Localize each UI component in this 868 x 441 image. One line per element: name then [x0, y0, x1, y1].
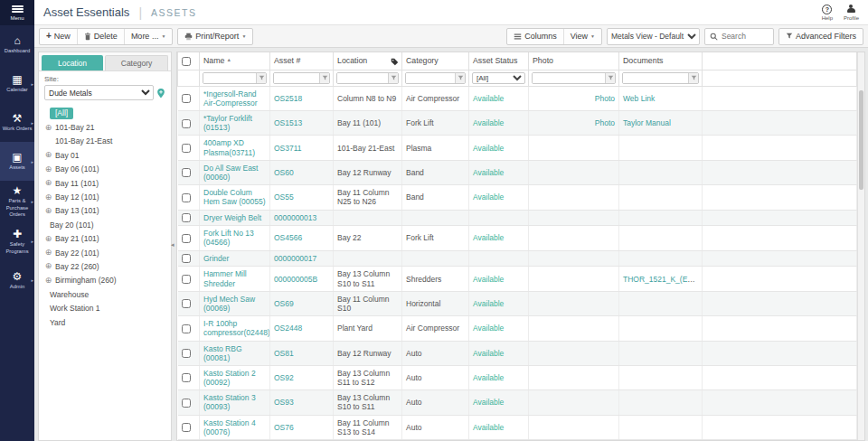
filter-funnel-icon[interactable]: [256, 73, 266, 83]
site-select[interactable]: Dude Metals: [44, 85, 154, 100]
tree-item[interactable]: ⊕Bay 01: [44, 148, 167, 162]
row-checkbox[interactable]: [182, 299, 191, 308]
asset-number-link[interactable]: OS81: [274, 349, 294, 358]
filter-funnel-icon[interactable]: [319, 73, 329, 83]
panel-collapse-handle[interactable]: ◂: [171, 241, 175, 249]
asset-number-link[interactable]: OS93: [274, 398, 294, 407]
profile-button[interactable]: Profile: [844, 5, 859, 21]
filter-input-photo[interactable]: [533, 73, 605, 83]
row-checkbox[interactable]: [182, 423, 191, 432]
sidebar-item-work-orders[interactable]: ⚒Work Orders▸: [0, 103, 34, 142]
scrollbar-thumb[interactable]: [859, 90, 863, 190]
asset-number-link[interactable]: OS3711: [274, 144, 302, 153]
filter-input-location[interactable]: [337, 73, 388, 83]
filter-input-asset[interactable]: [274, 73, 319, 83]
asset-number-link[interactable]: OS2448: [274, 324, 302, 333]
expand-icon[interactable]: ⊕: [44, 151, 52, 159]
menu-button[interactable]: Menu: [0, 0, 34, 25]
row-checkbox[interactable]: [182, 275, 191, 284]
asset-number-link[interactable]: OS69: [274, 299, 294, 308]
asset-number-link[interactable]: OS2518: [274, 94, 302, 103]
filter-funnel-icon[interactable]: [455, 73, 465, 83]
asset-name-link[interactable]: Grinder: [203, 254, 229, 263]
tree-item[interactable]: Yard: [44, 315, 167, 329]
document-link[interactable]: Taylor Manual: [623, 118, 671, 127]
expand-icon[interactable]: ⊕: [44, 235, 52, 243]
asset-name-link[interactable]: Fork Lift No 13 (04566): [203, 229, 254, 247]
filter-input-category[interactable]: [406, 73, 455, 83]
asset-name-link[interactable]: I-R 100hp compressor(02448): [203, 319, 270, 337]
tree-item[interactable]: 101-Bay 21-East: [44, 135, 167, 148]
asset-name-link[interactable]: Hyd Mech Saw (00069): [203, 295, 255, 313]
saved-view-select[interactable]: Metals View - Default: [607, 28, 700, 45]
asset-number-link[interactable]: 000000005B: [274, 275, 317, 284]
asset-name-link[interactable]: *Ingersoll-Rand Air-Compressor: [203, 89, 258, 108]
new-button[interactable]: + New: [40, 29, 77, 44]
row-checkbox[interactable]: [182, 254, 191, 263]
sidebar-item-dashboard[interactable]: ⌂Dashboard: [0, 25, 34, 64]
sidebar-item-safety-programs[interactable]: ✚Safety Programs▸: [0, 222, 34, 261]
column-header-status[interactable]: Asset Status: [469, 52, 529, 70]
expand-icon[interactable]: ⊕: [44, 179, 52, 187]
asset-number-link[interactable]: OS60: [274, 168, 294, 177]
row-checkbox[interactable]: [182, 349, 191, 358]
sidebar-item-calendar[interactable]: ▦Calendar▸: [0, 64, 34, 103]
asset-name-link[interactable]: Hammer Mill Shredder: [203, 269, 247, 287]
filter-funnel-icon[interactable]: [605, 73, 615, 83]
asset-name-link[interactable]: Dryer Weigh Belt: [203, 213, 261, 222]
tree-item[interactable]: Warehouse: [44, 287, 167, 301]
row-checkbox[interactable]: [182, 324, 191, 333]
row-checkbox[interactable]: [182, 193, 191, 202]
asset-name-link[interactable]: Kasto Station 2 (00092): [203, 369, 256, 387]
expand-icon[interactable]: ⊕: [44, 193, 52, 202]
asset-number-link[interactable]: OS76: [274, 423, 294, 432]
tree-item[interactable]: ⊕101-Bay 21: [44, 120, 167, 134]
asset-number-link[interactable]: 0000000017: [274, 254, 316, 263]
tree-item[interactable]: ⊕Bay 11 (101): [44, 176, 167, 190]
filter-status-select[interactable]: [All]: [472, 72, 525, 84]
sidebar-item-assets[interactable]: ▣Assets▸: [0, 142, 34, 181]
asset-number-link[interactable]: OS1513: [274, 118, 302, 127]
expand-icon[interactable]: ⊕: [44, 124, 52, 132]
map-pin-icon[interactable]: [156, 88, 165, 99]
row-checkbox[interactable]: [182, 119, 191, 128]
tree-item[interactable]: Bay 20 (101): [44, 218, 167, 231]
asset-name-link[interactable]: Kasto Station 3 (00093): [203, 393, 256, 411]
asset-number-link[interactable]: OS92: [274, 373, 294, 382]
expand-icon[interactable]: ⊕: [44, 277, 52, 285]
asset-name-link[interactable]: Double Colum Hem Saw (00055): [203, 188, 266, 206]
row-checkbox[interactable]: [182, 373, 191, 382]
asset-number-link[interactable]: OS55: [274, 192, 294, 202]
select-all-checkbox[interactable]: [182, 57, 191, 66]
photo-link[interactable]: Photo: [595, 118, 615, 127]
asset-name-link[interactable]: *Taylor Forklift (01513): [203, 114, 252, 132]
filter-input-documents[interactable]: [623, 73, 688, 83]
expand-icon[interactable]: ⊕: [44, 165, 52, 174]
asset-name-link[interactable]: 400amp XD Plasma(03711): [203, 138, 255, 156]
tree-item[interactable]: Work Station 1: [44, 301, 167, 314]
expand-icon[interactable]: ⊕: [44, 207, 52, 215]
sidebar-item-admin[interactable]: ⚙Admin▸: [0, 261, 34, 300]
expand-icon[interactable]: ⊕: [44, 249, 52, 257]
columns-button[interactable]: Columns: [507, 29, 563, 44]
row-checkbox[interactable]: [182, 234, 191, 243]
row-checkbox[interactable]: [182, 144, 191, 153]
column-header-name[interactable]: Name▲: [200, 52, 270, 70]
document-link[interactable]: Web Link: [623, 94, 655, 103]
row-checkbox[interactable]: [182, 213, 191, 222]
sidebar-item-parts-purchase-orders[interactable]: ★Parts & Purchase Orders▸: [0, 181, 34, 222]
tab-location[interactable]: Location: [42, 55, 103, 70]
tree-item[interactable]: [All]: [44, 107, 167, 120]
asset-name-link[interactable]: Do All Saw East (00060): [203, 164, 258, 182]
row-checkbox[interactable]: [182, 399, 191, 408]
asset-name-link[interactable]: Kasto RBG (00081): [203, 344, 242, 362]
vertical-scrollbar[interactable]: [857, 52, 864, 440]
column-header-documents[interactable]: Documents: [619, 52, 703, 70]
tree-item[interactable]: ⊕Bay 21 (101): [44, 232, 167, 246]
document-link[interactable]: THOR_1521_K_(EUROPA).pdf: [623, 275, 703, 284]
tree-item[interactable]: ⊕Bay 22 (101): [44, 246, 167, 259]
column-header-category[interactable]: Category: [402, 52, 469, 70]
asset-number-link[interactable]: OS4566: [274, 233, 302, 242]
delete-button[interactable]: Delete: [77, 29, 124, 44]
filter-funnel-icon[interactable]: [388, 73, 398, 83]
